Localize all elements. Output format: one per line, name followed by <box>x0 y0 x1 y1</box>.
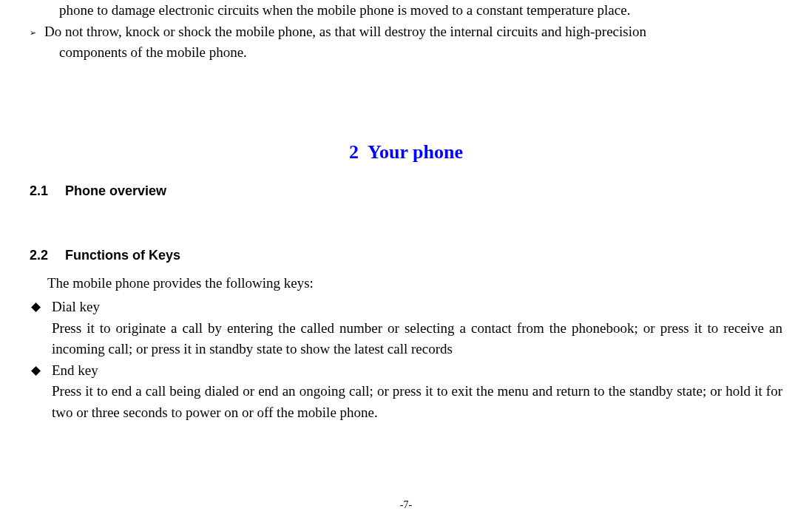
section-title: Functions of Keys <box>65 248 180 263</box>
prev-bullet-text: Do not throw, knock or shock the mobile … <box>44 21 782 43</box>
chapter-title: Your phone <box>368 141 463 163</box>
chapter-heading: 2 Your phone <box>30 138 782 166</box>
prev-bullet-continuation: components of the mobile phone. <box>30 42 782 64</box>
section-heading-2-1: 2.1Phone overview <box>30 181 782 201</box>
prev-bullet-item: ➢ Do not throw, knock or shock the mobil… <box>30 21 782 43</box>
key-name: Dial key <box>52 297 782 318</box>
diamond-bullet-icon: ◆ <box>31 360 52 380</box>
diamond-bullet-icon: ◆ <box>31 297 52 317</box>
key-name: End key <box>52 360 782 382</box>
prev-page-continuation: phone to damage electronic circuits when… <box>30 0 782 21</box>
section-number: 2.1 <box>30 181 65 201</box>
section-number: 2.2 <box>30 246 65 266</box>
key-description: Press it to end a call being dialed or e… <box>30 381 782 423</box>
section-intro: The mobile phone provides the following … <box>30 273 782 294</box>
key-description: Press it to originate a call by entering… <box>30 318 782 360</box>
section-title: Phone overview <box>65 183 166 198</box>
chapter-number: 2 <box>349 141 359 163</box>
section-heading-2-2: 2.2Functions of Keys <box>30 246 782 266</box>
triangle-bullet-icon: ➢ <box>30 21 44 39</box>
page-number: -7- <box>0 497 812 513</box>
list-item: ◆ End key <box>30 360 782 382</box>
list-item: ◆ Dial key <box>30 297 782 318</box>
